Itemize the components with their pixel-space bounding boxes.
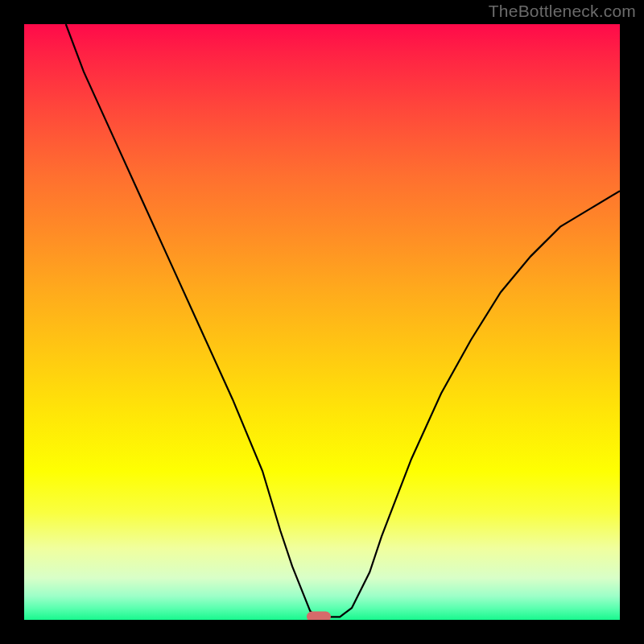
watermark-text: TheBottleneck.com: [489, 2, 636, 21]
optimum-marker: [307, 612, 331, 620]
chart-container: TheBottleneck.com: [0, 0, 644, 644]
plot-area: [24, 24, 620, 620]
bottleneck-curve: [24, 24, 620, 620]
